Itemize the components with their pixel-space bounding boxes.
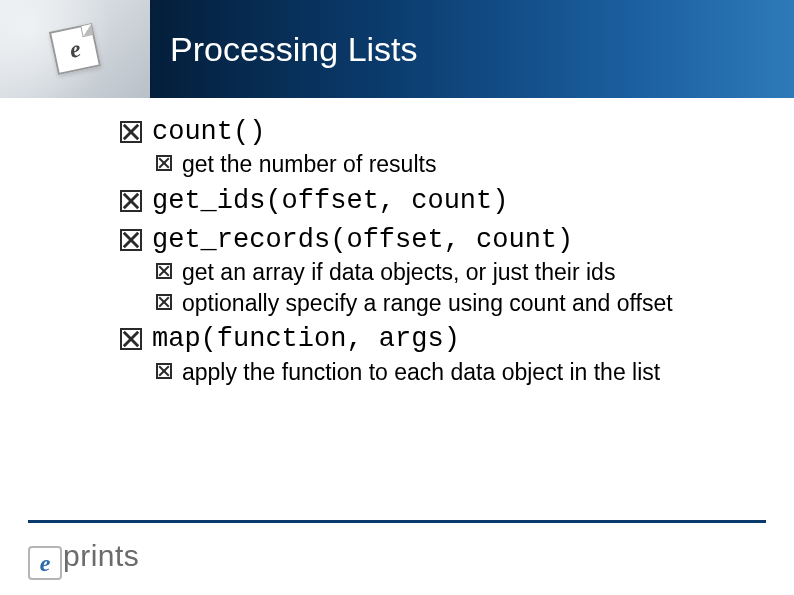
header-image-area: e xyxy=(0,0,150,98)
slide-title: Processing Lists xyxy=(170,30,418,69)
list-item: get an array if data objects, or just th… xyxy=(156,258,734,287)
list-item-text: get the number of results xyxy=(182,150,436,179)
bullet-x-icon xyxy=(156,155,172,171)
eprints-corner-icon: e xyxy=(49,23,101,75)
header: e Processing Lists xyxy=(0,0,794,98)
eprints-logo-e-letter: e xyxy=(40,550,51,577)
bullet-x-icon xyxy=(120,229,142,251)
list-item-text: get_ids(offset, count) xyxy=(152,185,508,217)
list-item: optionally specify a range using count a… xyxy=(156,289,734,318)
bullet-x-icon xyxy=(156,263,172,279)
list-item-text: get_records(offset, count) xyxy=(152,224,573,256)
list-item: apply the function to each data object i… xyxy=(156,358,734,387)
eprints-logo-e-icon: e xyxy=(28,546,62,580)
list-item-text: get an array if data objects, or just th… xyxy=(182,258,615,287)
title-bar: Processing Lists xyxy=(150,0,794,98)
slide: e Processing Lists count() get the numbe… xyxy=(0,0,794,595)
bullet-x-icon xyxy=(156,363,172,379)
footer-divider xyxy=(28,520,766,523)
list-item: count() xyxy=(120,116,734,148)
bullet-x-icon xyxy=(156,294,172,310)
bullet-x-icon xyxy=(120,328,142,350)
eprints-logo-text: prints xyxy=(63,539,139,573)
content-area: count() get the number of results get_id… xyxy=(120,110,734,389)
list-item: map(function, args) xyxy=(120,323,734,355)
eprints-logo: e prints xyxy=(28,539,139,576)
list-item: get_ids(offset, count) xyxy=(120,185,734,217)
bullet-x-icon xyxy=(120,190,142,212)
list-item: get the number of results xyxy=(156,150,734,179)
list-item: get_records(offset, count) xyxy=(120,224,734,256)
list-item-text: map(function, args) xyxy=(152,323,460,355)
bullet-x-icon xyxy=(120,121,142,143)
list-item-text: count() xyxy=(152,116,265,148)
list-item-text: apply the function to each data object i… xyxy=(182,358,660,387)
list-item-text: optionally specify a range using count a… xyxy=(182,289,673,318)
eprints-corner-letter: e xyxy=(67,35,83,64)
